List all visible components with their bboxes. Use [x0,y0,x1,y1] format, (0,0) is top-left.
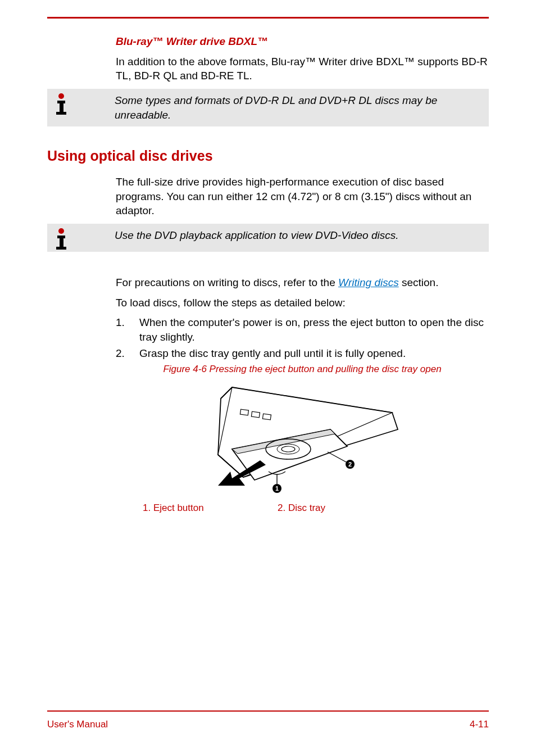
step-1: 1. When the computer's power is on, pres… [116,315,489,344]
load-intro: To load discs, follow the steps as detai… [116,296,489,310]
precautions-text: For precautions on writing to discs, ref… [116,275,489,290]
svg-rect-6 [60,236,63,248]
figure-caption: Figure 4-6 Pressing the eject button and… [116,363,489,376]
svg-rect-12 [262,414,271,420]
svg-text:1: 1 [275,485,279,492]
step-2: 2. Grasp the disc tray gently and pull u… [116,346,489,361]
svg-rect-2 [60,101,63,113]
section-heading: Using optical disc drives [47,147,489,166]
svg-rect-7 [56,247,66,250]
steps-list: 1. When the computer's power is on, pres… [116,315,489,361]
step-text: Grasp the disc tray gently and pull unti… [139,346,489,361]
note-block-2: Use the DVD playback application to view… [47,224,489,252]
note-block-1: Some types and formats of DVD-R DL and D… [47,89,489,126]
legend-item-1: 1. Eject button [143,502,278,515]
svg-line-16 [328,452,346,462]
precautions-pre: For precautions on writing to discs, ref… [116,277,338,288]
note-text-2: Use the DVD playback application to view… [75,224,489,247]
svg-rect-11 [251,411,260,418]
info-icon [47,89,75,117]
writing-discs-link[interactable]: Writing discs [338,277,399,288]
legend-item-2: 2. Disc tray [278,502,412,515]
subsection-body: In addition to the above formats, Blu-ra… [116,55,489,83]
svg-point-4 [58,228,64,234]
svg-rect-3 [56,112,66,115]
figure-legend: 1. Eject button 2. Disc tray [143,502,489,515]
footer-right: 4-11 [470,718,489,731]
svg-text:2: 2 [348,461,352,468]
step-number: 2. [116,346,139,361]
svg-rect-10 [240,409,248,415]
step-text: When the computer's power is on, press t… [139,315,489,344]
top-rule [47,17,489,19]
step-number: 1. [116,315,139,344]
footer-left: User's Manual [47,718,108,731]
page-footer: User's Manual 4-11 [47,710,489,731]
info-icon [47,224,75,252]
figure-4-6: 2 1 [116,382,489,494]
subsection-title: Blu-ray™ Writer drive BDXL™ [116,34,489,49]
section-intro: The full-size drive provides high-perfor… [116,175,489,218]
precautions-post: section. [399,277,439,288]
svg-point-0 [58,93,64,99]
bottom-rule [47,710,489,712]
note-text-1: Some types and formats of DVD-R DL and D… [75,89,489,126]
